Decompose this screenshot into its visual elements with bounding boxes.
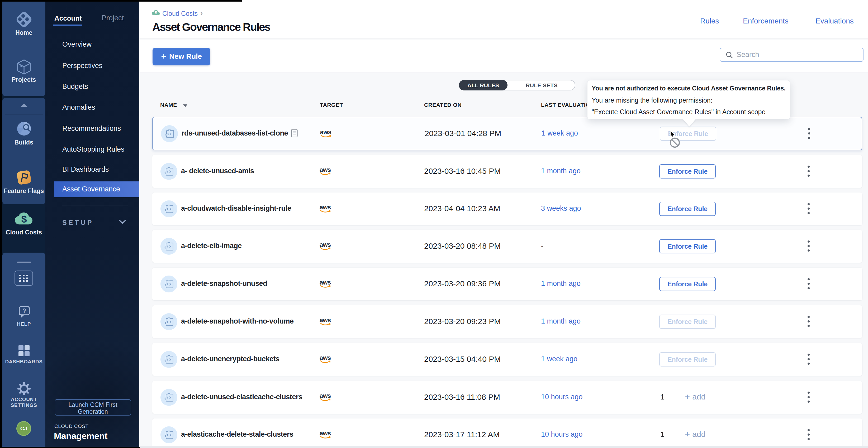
last-evaluation-link[interactable]: 10 hours ago [541,430,583,439]
last-evaluation-link[interactable]: 1 month ago [541,167,581,175]
enforce-rule-button[interactable]: Enforce Rule [659,277,716,291]
aws-target-icon: aws [319,429,331,441]
sidebar-item-autostopping-rules[interactable]: AutoStopping Rules [62,145,124,153]
nav-rules[interactable]: Rules [700,17,719,25]
nav-enforcements[interactable]: Enforcements [743,17,788,25]
enforce-rule-button[interactable]: Enforce Rule [659,202,716,216]
row-menu-button[interactable] [806,203,811,215]
nav-evaluations[interactable]: Evaluations [815,17,854,25]
gear-icon [17,382,31,395]
row-menu-button[interactable] [806,316,811,328]
rule-icon [160,276,177,292]
nav-feature-flags[interactable]: Feature Flags [2,169,45,195]
table-row[interactable]: a-delete-snapshot-with-no-volumeaws2023-… [152,305,862,338]
last-evaluation-link[interactable]: 3 weeks ago [541,204,581,212]
nav-builds[interactable]: Builds [2,120,45,146]
enforce-rule-button[interactable]: Enforce Rule [659,164,716,178]
search-input[interactable] [737,49,858,61]
kebab-dot-icon [808,320,810,322]
table-row[interactable]: a-delete-unencrypted-bucketsaws2023-03-1… [152,343,862,376]
row-menu-button[interactable] [806,278,811,290]
toggle-rule-sets[interactable]: RULE SETS [507,80,576,90]
rule-name[interactable]: a-elasticache-delete-stale-clusters [181,430,293,439]
add-enforcement-link[interactable]: +add [685,429,706,439]
last-evaluation-link[interactable]: 10 hours ago [541,393,583,401]
user-avatar[interactable]: CJ [17,421,31,436]
copy-icon[interactable] [291,129,298,139]
rule-name[interactable]: a-cloudwatch-disable-insight-rule [181,204,291,212]
rule-name[interactable]: a-delete-unencrypted-buckets [181,355,279,363]
tab-project[interactable]: Project [102,14,124,22]
sort-caret-icon[interactable] [183,104,187,107]
kebab-dot-icon [808,128,810,130]
nav-projects[interactable]: Projects [2,59,45,83]
rule-name[interactable]: a-delete-unused-elasticache-clusters [181,393,303,401]
sidebar-item-anomalies[interactable]: Anomalies [62,103,95,111]
rule-name[interactable]: a-delete-snapshot-with-no-volume [181,317,294,325]
sidebar-item-perspectives[interactable]: Perspectives [62,62,102,70]
sidebar-item-budgets[interactable]: Budgets [62,82,88,91]
sidebar-setup[interactable]: SETUP [62,219,93,227]
rule-name[interactable]: a-delete-elb-image [181,242,242,250]
last-evaluation-link[interactable]: 1 week ago [541,355,578,363]
last-evaluation-link[interactable]: - [541,242,544,250]
module-grid-button[interactable] [14,271,33,286]
row-menu-button[interactable] [806,240,811,252]
plus-icon: + [685,429,690,439]
row-menu-button[interactable] [806,128,812,139]
column-header-name[interactable]: NAME [160,102,177,108]
nav-feature-flags-label: Feature Flags [2,187,45,195]
rail-drag-handle[interactable] [17,262,31,263]
last-evaluation-link[interactable]: 1 week ago [541,129,578,137]
nav-cloud-costs[interactable]: $ Cloud Costs [2,211,45,236]
row-menu-button[interactable] [806,166,811,177]
last-evaluation-link[interactable]: 1 month ago [541,279,581,288]
nav-home[interactable]: Home [2,10,45,36]
cloud-costs-breadcrumb-icon: $ [152,9,160,18]
breadcrumb-cloud-costs[interactable]: Cloud Costs [162,10,198,18]
dashboards-icon [18,344,31,357]
sidebar-item-recommendations[interactable]: Recommendations [62,125,121,133]
toggle-all-rules[interactable]: ALL RULES [459,80,507,91]
nav-cloud-costs-label: Cloud Costs [2,229,45,236]
tooltip-line-2: You are missing the following permission… [592,97,713,104]
table-row[interactable]: a-delete-snapshot-unusedaws2023-03-20 09… [152,268,862,300]
row-menu-button[interactable] [806,429,811,441]
tooltip-caret [683,119,696,127]
row-menu-button[interactable] [806,391,811,403]
sidebar-item-asset-governance[interactable]: Asset Governance [54,181,140,197]
enforce-rule-button[interactable]: Enforce Rule [659,239,716,253]
collapse-chevron-icon[interactable] [2,103,45,108]
table-row[interactable]: a-delete-unused-elasticache-clustersaws2… [152,381,862,414]
nav-account-settings[interactable]: ACCOUNT SETTINGS [2,382,45,408]
plus-icon: + [161,51,166,61]
rule-name[interactable]: rds-unused-databases-list-clone [182,129,288,137]
row-menu-button[interactable] [806,354,811,365]
kebab-dot-icon [808,358,810,360]
table-row[interactable]: a-elasticache-delete-stale-clustersaws20… [152,418,862,448]
rules-toggle: ALL RULES RULE SETS [459,80,575,91]
setup-chevron-down-icon[interactable] [118,219,127,226]
sidebar-item-bi-dashboards[interactable]: BI Dashboards [62,165,109,173]
last-evaluation-link[interactable]: 1 month ago [541,317,581,325]
table-row[interactable]: rds-unused-databases-list-cloneaws2023-0… [152,117,862,150]
nav-dashboards[interactable]: DASHBOARDS [2,344,45,365]
enforce-rule-button[interactable]: Enforce Rule [659,315,716,329]
new-rule-button[interactable]: +New Rule [153,48,210,65]
aws-target-icon: aws [319,316,331,328]
sidebar-item-overview[interactable]: Overview [62,40,92,48]
rule-name[interactable]: a- delete-unused-amis [181,167,254,175]
add-enforcement-link[interactable]: +add [685,392,706,402]
table-row[interactable]: a-cloudwatch-disable-insight-ruleaws2023… [152,193,862,225]
kebab-dot-icon [808,429,810,431]
enforce-rule-button[interactable]: Enforce Rule [659,352,716,367]
rule-name[interactable]: a-delete-snapshot-unused [181,279,267,288]
tab-account[interactable]: Account [54,14,82,23]
table-row[interactable]: a-delete-elb-imageaws2023-03-20 08:48 PM… [152,230,862,263]
table-row[interactable]: a- delete-unused-amisaws2023-03-16 10:45… [152,155,862,188]
launch-ccm-first-gen-button[interactable]: Launch CCM First Generation [55,399,131,416]
created-on-value: 2023-03-20 08:48 PM [424,242,501,250]
launch-button-line1: Launch CCM First [55,401,131,408]
nav-help[interactable]: ? HELP [2,306,45,327]
rule-icon [160,426,177,443]
